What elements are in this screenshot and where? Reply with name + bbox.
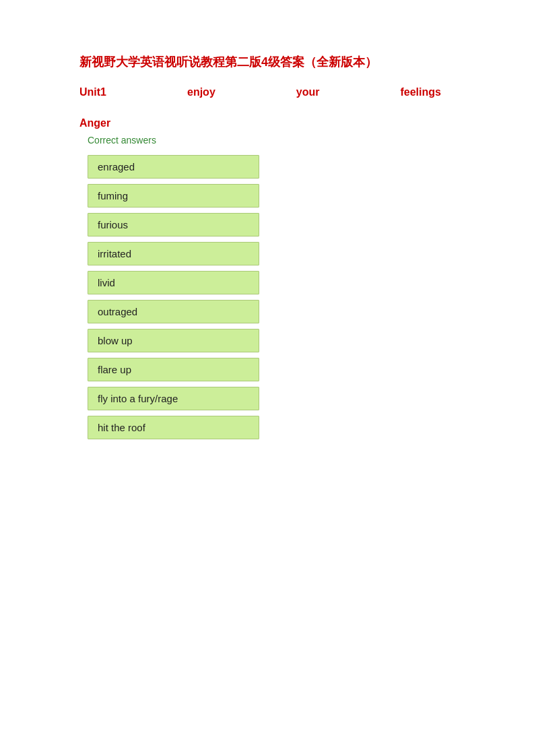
main-title: 新视野大学英语视听说教程第二版4级答案（全新版本） (79, 54, 455, 70)
answer-item: blow up (88, 329, 259, 352)
answer-item: fuming (88, 184, 259, 208)
answer-item: irritated (88, 242, 259, 265)
answer-item: fly into a fury/rage (88, 387, 259, 410)
unit-header: Unit1 enjoy your feelings (79, 86, 455, 98)
answer-item: livid (88, 271, 259, 294)
enjoy-label: enjoy (187, 86, 215, 98)
answer-item: flare up (88, 358, 259, 381)
answers-list: enragedfumingfuriousirritatedlividoutrag… (79, 155, 455, 439)
correct-answers-label: Correct answers (79, 135, 455, 146)
answer-item: furious (88, 213, 259, 237)
unit-label: Unit1 (79, 86, 106, 98)
your-label: your (296, 86, 320, 98)
section-title: Anger (79, 117, 455, 129)
feelings-label: feelings (400, 86, 440, 98)
answer-item: outraged (88, 300, 259, 323)
answer-item: enraged (88, 155, 259, 179)
answer-item: hit the roof (88, 416, 259, 439)
page-container: 新视野大学英语视听说教程第二版4级答案（全新版本） Unit1 enjoy yo… (0, 0, 534, 466)
